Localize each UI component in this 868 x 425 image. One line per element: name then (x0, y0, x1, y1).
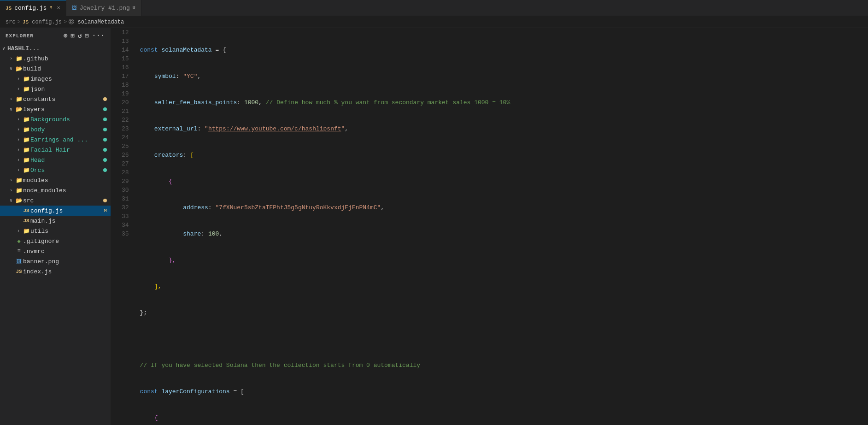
line-num-33: 33 (122, 212, 129, 221)
mainjs-icon: JS (22, 218, 30, 224)
sidebar-item-head[interactable]: › 📁 Head (0, 155, 111, 165)
sidebar-item-github[interactable]: › 📁 .github (0, 53, 111, 64)
constants-folder-icon: 📁 (15, 96, 23, 103)
sidebar-item-earrings[interactable]: › 📁 Earrings and ... (0, 135, 111, 145)
code-area[interactable]: 12 13 14 15 16 17 18 19 20 21 22 23 24 2… (111, 28, 868, 425)
body-folder-icon: 📁 (22, 126, 30, 133)
layers-folder-icon: 📂 (15, 106, 23, 113)
src-label: src (23, 197, 101, 204)
orcs-label: Orcs (30, 167, 101, 174)
earrings-arrow: › (15, 137, 22, 142)
code-editor[interactable]: 12 13 14 15 16 17 18 19 20 21 22 23 24 2… (111, 28, 868, 425)
layers-label: layers (23, 106, 101, 113)
explorer-section: ∨ HASHLI... › 📁 .github ∨ 📂 build (0, 43, 111, 277)
code-line-13: symbol: "YC", (140, 72, 868, 81)
src-arrow: ∨ (7, 198, 15, 203)
code-line-22: }; (140, 308, 868, 317)
sidebar-item-modules[interactable]: › 📁 modules (0, 175, 111, 185)
earrings-dot (103, 138, 107, 142)
breadcrumb-symbol[interactable]: ⓪ solanaMetadata (69, 18, 124, 26)
build-arrow: ∨ (7, 66, 15, 71)
sidebar-header-icons: ⊕ ⊞ ↺ ⊟ ··· (64, 32, 105, 40)
more-options-icon[interactable]: ··· (92, 32, 105, 40)
code-content[interactable]: const solanaMetadata = { symbol: "YC", s… (136, 28, 868, 425)
build-label: build (23, 65, 107, 72)
modules-arrow: › (7, 178, 15, 183)
sidebar-item-mainjs[interactable]: JS main.js (0, 216, 111, 226)
github-label: .github (23, 55, 107, 62)
code-line-25: const layerConfigurations = [ (140, 387, 868, 396)
fh-label: Facial Hair (30, 147, 101, 153)
orcs-dot (103, 168, 107, 172)
src-dot (103, 199, 107, 202)
line-num-14: 14 (122, 46, 129, 54)
head-folder-icon: 📁 (22, 157, 30, 164)
sidebar-item-utils[interactable]: › 📁 utils (0, 226, 111, 236)
breadcrumb-file[interactable]: JS config.js (23, 19, 62, 25)
orcs-arrow: › (15, 168, 22, 173)
code-line-16: creators: [ (140, 151, 868, 159)
new-folder-icon[interactable]: ⊞ (70, 32, 75, 40)
line-num-28: 28 (122, 168, 129, 177)
sidebar-item-json[interactable]: › 📁 json (0, 84, 111, 94)
line-num-13: 13 (122, 37, 129, 46)
github-arrow: › (7, 56, 15, 61)
tab-config-js-label: config.js (14, 5, 47, 12)
line-num-25: 25 (122, 142, 129, 151)
code-line-17: { (140, 177, 868, 186)
code-line-26: { (140, 413, 868, 422)
breadcrumb-sep1: > (18, 19, 21, 25)
layers-dot (103, 107, 107, 111)
project-root[interactable]: ∨ HASHLI... (0, 43, 111, 53)
sidebar-item-body[interactable]: › 📁 body (0, 124, 111, 135)
collapse-arrow: ∨ (0, 46, 7, 51)
head-label: Head (30, 157, 101, 164)
line-num-35: 35 (122, 230, 129, 238)
sidebar-item-gitignore[interactable]: ◆ .gitignore (0, 236, 111, 246)
sidebar-item-bannerpng[interactable]: 🖼 banner.png (0, 256, 111, 266)
head-dot (103, 158, 107, 162)
sidebar-item-backgrounds[interactable]: › 📁 Backgrounds (0, 114, 111, 124)
banner-icon: 🖼 (15, 258, 23, 265)
refresh-icon[interactable]: ↺ (78, 32, 82, 40)
breadcrumb-src[interactable]: src (6, 19, 16, 25)
explorer-title: EXPLORER (6, 33, 34, 39)
sidebar-item-indexjs[interactable]: JS index.js (0, 266, 111, 277)
mainjs-label: main.js (30, 218, 107, 224)
constants-arrow: › (7, 97, 15, 102)
modules-label: modules (23, 177, 107, 184)
sidebar-item-src[interactable]: ∨ 📂 src (0, 195, 111, 206)
line-num-15: 15 (122, 54, 129, 63)
sidebar-item-configjs[interactable]: JS config.js M (0, 206, 111, 216)
line-num-30: 30 (122, 186, 129, 195)
indexjs-icon: JS (15, 269, 23, 274)
sidebar-item-layers[interactable]: ∨ 📂 layers (0, 104, 111, 114)
new-file-icon[interactable]: ⊕ (64, 32, 68, 40)
json-arrow: › (15, 87, 22, 92)
sidebar-item-build[interactable]: ∨ 📂 build (0, 64, 111, 74)
tab-config-js[interactable]: JS config.js M × (0, 0, 66, 16)
line-num-17: 17 (122, 72, 129, 81)
breadcrumb: src > JS config.js > ⓪ solanaMetadata (0, 16, 868, 28)
sidebar-item-nvmrc[interactable]: ≡ .nvmrc (0, 246, 111, 256)
json-label: json (30, 86, 107, 93)
earrings-label: Earrings and ... (30, 136, 101, 143)
sidebar-item-facialhair[interactable]: › 📁 Facial Hair (0, 145, 111, 155)
src-folder-icon: 📂 (15, 197, 23, 204)
sidebar-item-constants[interactable]: › 📁 constants (0, 94, 111, 104)
sidebar-item-images[interactable]: › 📁 images (0, 74, 111, 84)
bg-dot (103, 118, 107, 121)
constants-label: constants (23, 96, 101, 103)
utils-arrow: › (15, 229, 22, 234)
tab-close-button[interactable]: × (57, 5, 60, 12)
gitignore-icon: ◆ (15, 238, 23, 245)
sidebar-item-orcs[interactable]: › 📁 Orcs (0, 165, 111, 175)
line-num-34: 34 (122, 221, 129, 230)
fh-arrow: › (15, 148, 22, 153)
images-label: images (30, 76, 107, 83)
tab-bar: JS config.js M × 🖼 Jewelry #1.png U (0, 0, 868, 16)
sidebar-item-node-modules[interactable]: › 📁 node_modules (0, 185, 111, 195)
collapse-icon[interactable]: ⊟ (85, 32, 89, 40)
tab-jewelry-png[interactable]: 🖼 Jewelry #1.png U (66, 0, 141, 16)
line-num-19: 19 (122, 89, 129, 98)
